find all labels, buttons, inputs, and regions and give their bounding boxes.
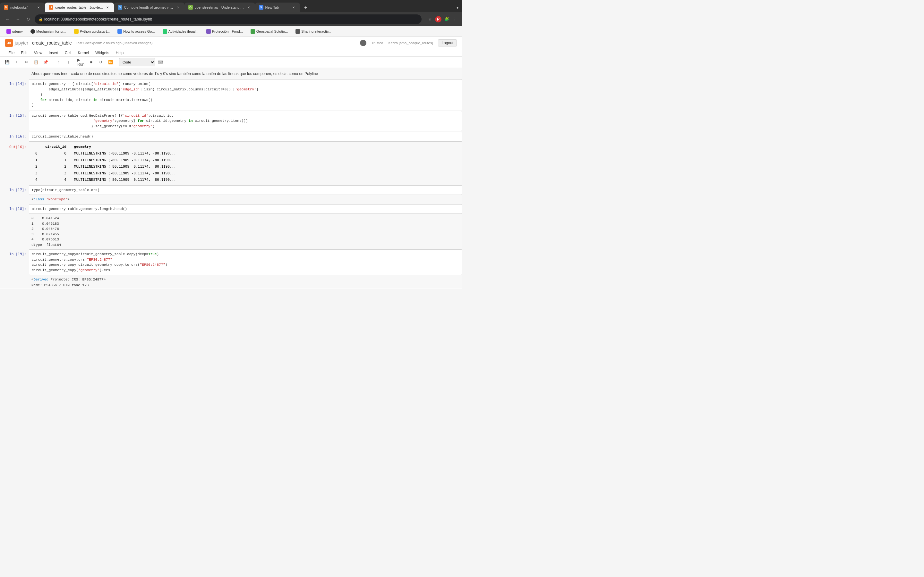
bookmark-actividades[interactable]: Actividades ilegal...: [160, 29, 201, 34]
toolbar-separator-2: [75, 59, 75, 65]
bookmark-python[interactable]: Python quickstart...: [71, 29, 113, 34]
prompt-out17: [0, 195, 29, 203]
tab4-title: openstreetmap - Understandin...: [195, 5, 244, 9]
move-down-button[interactable]: ↓: [64, 58, 73, 66]
tab5-close[interactable]: ✕: [291, 5, 296, 10]
add-cell-button[interactable]: +: [12, 58, 21, 66]
tab-new-tab[interactable]: G New Tab ✕: [255, 3, 300, 12]
new-tab-button[interactable]: +: [301, 3, 310, 12]
prompt-in17: In [17]:: [0, 185, 29, 195]
bookmark-python-label: Python quickstart...: [80, 29, 110, 33]
code-in18[interactable]: circuit_geometry_table.geometry.length.h…: [29, 204, 462, 214]
restart-button[interactable]: ↺: [96, 58, 105, 66]
table-row: 00MULTILINESTRING (-80.11909 -0.11174, -…: [31, 150, 180, 157]
cell-in15[interactable]: In [15]: circuit_geometry_table=gpd.GeoD…: [0, 111, 462, 131]
bookmark-mechanism[interactable]: Mechanism for pr...: [28, 29, 69, 34]
prompt-in14: In [14]:: [0, 79, 29, 110]
tab-overflow-button[interactable]: ▾: [453, 3, 462, 12]
cell-in18[interactable]: In [18]: circuit_geometry_table.geometry…: [0, 204, 462, 214]
kernel-status-icon: [360, 40, 367, 46]
jupyter-menu: File Edit View Insert Cell Kernel Widget…: [0, 49, 462, 57]
logout-button[interactable]: Logout: [438, 39, 457, 47]
tab3-title: Compute length of geometry c...: [124, 5, 174, 9]
prompt-out18: [0, 214, 29, 249]
tab4-close[interactable]: ✕: [246, 5, 251, 10]
reload-button[interactable]: ↻: [24, 15, 32, 23]
tab2-close[interactable]: ✕: [105, 5, 110, 10]
output-17: <class 'NoneType'>: [29, 195, 462, 203]
menu-widgets[interactable]: Widgets: [92, 49, 112, 56]
address-bar: ← → ↻ 🔒 localhost:8888/notebooks/noteboo…: [0, 12, 462, 26]
cell-type-select[interactable]: Code Markdown Raw NBConvert: [119, 58, 155, 66]
profile-icon[interactable]: P: [435, 16, 441, 23]
cell-out17: <class 'NoneType'>: [0, 195, 462, 203]
geospatial-favicon: [250, 29, 255, 34]
back-button[interactable]: ←: [4, 15, 11, 23]
menu-cell[interactable]: Cell: [61, 49, 75, 56]
bookmark-proteccion[interactable]: Protección - Fond...: [204, 29, 246, 34]
cell-text-content: Ahora queremos tener cada uno de esos ci…: [29, 69, 462, 79]
prompt-in15: In [15]:: [0, 111, 29, 131]
save-button[interactable]: 💾: [3, 58, 11, 66]
menu-insert[interactable]: Insert: [45, 49, 61, 56]
mechanism-favicon: [31, 29, 35, 34]
tab-openstreetmap[interactable]: O openstreetmap - Understandin... ✕: [184, 3, 255, 12]
tab3-close[interactable]: ✕: [176, 5, 181, 10]
cell-in16[interactable]: In [16]: circuit_geometry_table.head(): [0, 132, 462, 142]
tab4-favicon: O: [188, 5, 193, 10]
jupyter-container: Ju jupyter create_routes_table Last Chec…: [0, 37, 462, 288]
forward-button[interactable]: →: [14, 15, 22, 23]
bookmark-geospatial[interactable]: Geospatial Solutio...: [248, 29, 290, 34]
code-in17[interactable]: type(circuit_geometry_table.crs): [29, 185, 462, 195]
tab5-title: New Tab: [265, 5, 289, 9]
tab1-favicon: N: [4, 5, 8, 10]
url-bar[interactable]: 🔒 localhost:8888/notebooks/notebooks/cre…: [35, 15, 422, 24]
menu-file[interactable]: File: [5, 49, 18, 56]
proteccion-favicon: [206, 29, 211, 34]
tab-compute-length[interactable]: S Compute length of geometry c... ✕: [114, 3, 184, 12]
menu-kernel[interactable]: Kernel: [75, 49, 92, 56]
tab2-favicon: J: [49, 5, 53, 10]
prompt-out16: Out[16]:: [0, 142, 29, 185]
menu-edit[interactable]: Edit: [18, 49, 31, 56]
bookmark-sharing[interactable]: Sharing interactiv...: [293, 29, 334, 34]
bookmarks-bar: udemy Mechanism for pr... Python quickst…: [0, 26, 462, 37]
restart-run-button[interactable]: ⏩: [106, 58, 115, 66]
menu-view[interactable]: View: [31, 49, 45, 56]
run-button[interactable]: ▶ Run: [77, 58, 86, 66]
move-up-button[interactable]: ↑: [54, 58, 63, 66]
notebook-body[interactable]: Ahora queremos tener cada uno de esos ci…: [0, 68, 462, 288]
code-in19[interactable]: circuit_geometry_copy=circuit_geometry_t…: [29, 250, 462, 275]
code-in15[interactable]: circuit_geometry_table=gpd.GeoDataFrame(…: [29, 111, 462, 131]
code-in16[interactable]: circuit_geometry_table.head(): [29, 132, 462, 142]
bookmark-google[interactable]: How to access Go...: [115, 29, 157, 34]
prompt-out19: [0, 276, 29, 288]
tab-notebooks[interactable]: N notebooks/ ✕: [0, 3, 45, 12]
cell-in19[interactable]: In [19]: circuit_geometry_copy=circuit_g…: [0, 250, 462, 275]
jupyter-logo: Ju jupyter: [5, 39, 28, 47]
cell-in14[interactable]: In [14]: circuit_geometry = { circuit['c…: [0, 79, 462, 110]
sharing-favicon: [296, 29, 300, 34]
notebook-name[interactable]: create_routes_table: [32, 40, 72, 45]
bookmark-udemy[interactable]: udemy: [4, 29, 25, 34]
chrome-menu-icon[interactable]: ⋮: [452, 16, 458, 23]
trusted-badge: Trusted: [372, 41, 383, 45]
bookmark-star-icon[interactable]: ☆: [427, 16, 433, 23]
paste-cell-button[interactable]: 📌: [41, 58, 50, 66]
extensions-icon[interactable]: 🧩: [443, 16, 450, 23]
code-in14[interactable]: circuit_geometry = { circuit['circuit_id…: [29, 79, 462, 110]
jupyter-logo-icon: Ju: [5, 39, 13, 47]
copy-cell-button[interactable]: 📋: [31, 58, 40, 66]
output-table-16: circuit_id geometry 00MULTILINESTRING (-…: [29, 142, 462, 185]
keyboard-shortcuts-button[interactable]: ⌨: [156, 58, 165, 66]
cut-cell-button[interactable]: ✂: [22, 58, 31, 66]
tab1-close[interactable]: ✕: [36, 5, 41, 10]
jupyter-brand-text: jupyter: [15, 40, 28, 45]
jupyter-header: Ju jupyter create_routes_table Last Chec…: [0, 37, 462, 68]
table-row: 33MULTILINESTRING (-80.11909 -0.11174, -…: [31, 170, 180, 177]
bookmark-udemy-label: udemy: [12, 29, 23, 33]
menu-help[interactable]: Help: [113, 49, 127, 56]
cell-in17[interactable]: In [17]: type(circuit_geometry_table.crs…: [0, 185, 462, 195]
interrupt-button[interactable]: ■: [87, 58, 95, 66]
tab-create-routes[interactable]: J create_routes_table - Jupyte... ✕: [45, 3, 114, 12]
